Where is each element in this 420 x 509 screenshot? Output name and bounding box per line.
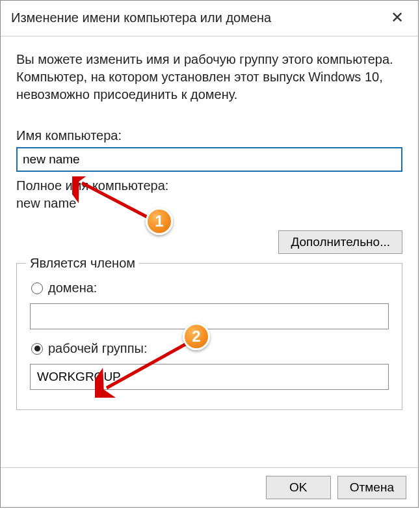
- more-button-row: Дополнительно...: [16, 230, 402, 254]
- full-name-value: new name: [16, 195, 402, 212]
- ok-button[interactable]: OK: [266, 476, 331, 499]
- full-name-section: Полное имя компьютера: new name: [16, 177, 402, 212]
- dialog-window: Изменение имени компьютера или домена ✕ …: [0, 0, 419, 508]
- more-button[interactable]: Дополнительно...: [278, 230, 402, 254]
- full-name-label: Полное имя компьютера:: [16, 177, 402, 195]
- workgroup-input[interactable]: [30, 364, 389, 390]
- annotation-badge-1: 1: [146, 208, 173, 235]
- domain-radio-row[interactable]: домена:: [31, 279, 389, 297]
- computer-name-input[interactable]: [16, 147, 402, 172]
- computer-name-section: Имя компьютера:: [16, 127, 402, 172]
- dialog-body: Вы можете изменить имя и рабочую группу …: [1, 36, 418, 410]
- description-text: Вы можете изменить имя и рабочую группу …: [16, 51, 402, 103]
- annotation-badge-2: 2: [183, 323, 210, 350]
- titlebar: Изменение имени компьютера или домена ✕: [1, 1, 418, 36]
- workgroup-radio[interactable]: [31, 343, 43, 355]
- domain-input[interactable]: [30, 303, 389, 329]
- membership-title: Является членом: [26, 255, 139, 272]
- dialog-footer: OK Отмена: [1, 467, 418, 507]
- close-icon[interactable]: ✕: [386, 6, 409, 29]
- workgroup-radio-label: рабочей группы:: [48, 340, 147, 357]
- workgroup-radio-row[interactable]: рабочей группы:: [31, 340, 389, 357]
- window-title: Изменение имени компьютера или домена: [11, 10, 271, 25]
- cancel-button[interactable]: Отмена: [337, 476, 406, 499]
- domain-radio[interactable]: [31, 282, 43, 294]
- domain-radio-label: домена:: [48, 279, 97, 297]
- computer-name-label: Имя компьютера:: [16, 127, 402, 144]
